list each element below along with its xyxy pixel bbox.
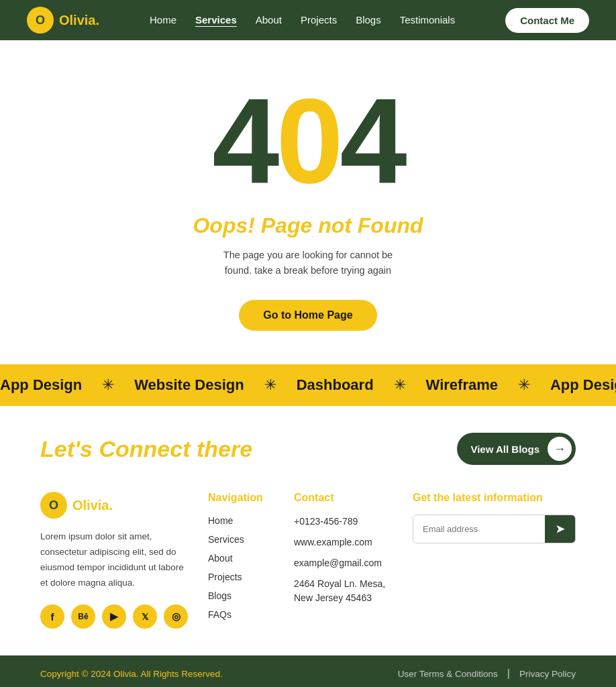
view-all-label: View All Blogs [470,443,540,455]
footer-website: www.example.com [294,535,393,549]
twitter-icon[interactable]: 𝕏 [133,604,157,629]
footer-top: O Olivia. Lorem ipsum dolor sit amet, co… [0,465,616,655]
brand-name: Olivia. [59,13,99,28]
user-terms-link[interactable]: User Terms & Conditions [398,669,498,679]
facebook-icon[interactable]: f [40,604,64,629]
contact-button[interactable]: Contact Me [505,8,589,33]
marquee-item: Dashboard [297,376,374,394]
instagram-icon[interactable]: ◎ [164,604,188,629]
marquee-item: Website Design [134,376,244,394]
footer-nav-faqs[interactable]: FAQs [208,609,274,621]
nav-about[interactable]: About [256,14,282,25]
footer-separator: | [507,668,510,680]
logo-icon: O [27,7,54,34]
footer-nav-col: Navigation Home Services About Projects … [208,492,274,629]
footer-newsletter-col: Get the latest information ➤ [413,492,576,629]
footer-description: Lorem ipsum dolor sit amet, consectetur … [40,529,188,591]
marquee-star: ✳ [102,376,114,394]
footer-nav-home[interactable]: Home [208,515,274,527]
marquee-star: ✳ [394,376,406,394]
behance-icon[interactable]: Bē [71,604,95,629]
connect-title: Let's Connect there [40,436,252,462]
youtube-icon[interactable]: ▶ [102,604,126,629]
email-form: ➤ [413,515,576,543]
newsletter-title: Get the latest information [413,492,576,504]
footer-bottom-links: User Terms & Conditions | Privacy Policy [398,668,576,680]
nav-testimonials[interactable]: Testimonials [400,14,456,25]
oops-heading: Oops! Page not Found [193,213,423,238]
footer-contact-title: Contact [294,492,393,504]
footer-logo: O Olivia. [40,492,188,519]
footer-address: 2464 Royal Ln. Mesa, New Jersey 45463 [294,577,393,605]
footer-logo-icon: O [40,492,67,519]
nav-links: Home Services About Projects Blogs Testi… [150,14,455,26]
marquee-star: ✳ [264,376,276,394]
error-digit-2: 4 [340,81,404,201]
view-all-blogs-button[interactable]: View All Blogs → [457,433,576,465]
connect-section: Let's Connect there View All Blogs → [0,406,616,465]
email-submit-button[interactable]: ➤ [545,515,575,543]
footer-bottom: Copyright © 2024 Olivia. All Rights Rese… [0,655,616,687]
nav-services[interactable]: Services [195,14,237,25]
marquee-star: ✳ [518,376,530,394]
social-icons: f Bē ▶ 𝕏 ◎ [40,604,188,629]
marquee-item: App Design [0,376,82,394]
copyright-text: Copyright © 2024 Olivia. All Rights Rese… [40,669,223,679]
marquee-inner: App Design ✳ Website Design ✳ Dashboard … [0,376,616,394]
footer-email: example@gmail.com [294,556,393,570]
nav-blogs[interactable]: Blogs [356,14,381,25]
footer-nav-links: Home Services About Projects Blogs FAQs [208,515,274,621]
footer-nav-services[interactable]: Services [208,533,274,545]
footer-contact-col: Contact +0123-456-789 www.example.com ex… [294,492,393,629]
go-home-button[interactable]: Go to Home Page [239,300,376,331]
privacy-policy-link[interactable]: Privacy Policy [519,669,576,679]
footer-brand-col: O Olivia. Lorem ipsum dolor sit amet, co… [40,492,188,629]
footer-phone: +0123-456-789 [294,515,393,529]
arrow-right-icon: → [548,437,572,461]
footer-brand-name: Olivia. [72,498,113,513]
marquee-band: App Design ✳ Website Design ✳ Dashboard … [0,364,616,406]
email-input[interactable] [413,517,545,541]
marquee-item: Wireframe [426,376,498,394]
nav-home[interactable]: Home [150,14,176,25]
error-section: 4 0 4 Oops! Page not Found The page you … [0,40,616,364]
footer-nav-title: Navigation [208,492,274,504]
error-description: The page you are looking for cannot be f… [223,248,393,278]
footer-nav-about[interactable]: About [208,552,274,564]
logo[interactable]: O Olivia. [27,7,99,34]
error-digit-1: 4 [212,81,276,201]
footer-nav-blogs[interactable]: Blogs [208,590,274,602]
footer-nav-projects[interactable]: Projects [208,571,274,583]
navbar: O Olivia. Home Services About Projects B… [0,0,616,40]
nav-projects[interactable]: Projects [301,14,337,25]
marquee-item: App Design [550,376,616,394]
error-number: 4 0 4 [212,81,403,201]
error-digit-0: 0 [276,81,340,201]
